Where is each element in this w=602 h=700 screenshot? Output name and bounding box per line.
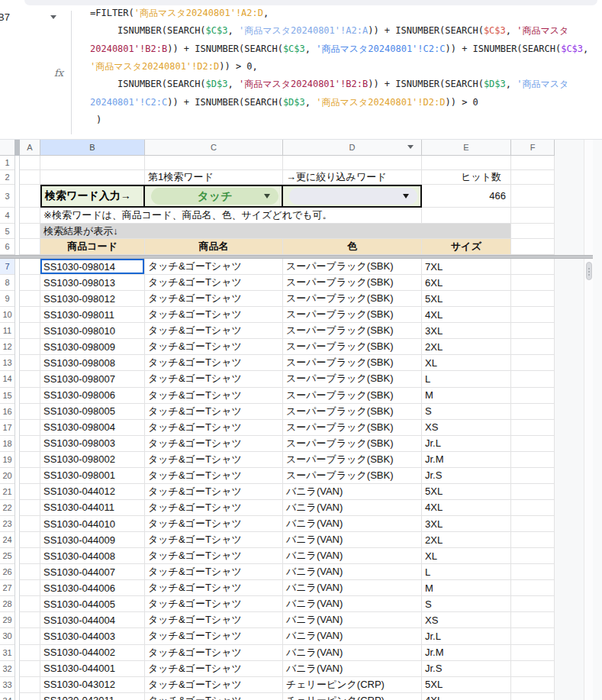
cell-product-name[interactable]: タッチ&ゴーTシャツ: [145, 355, 283, 371]
row-number[interactable]: 16: [0, 404, 14, 420]
cell-size[interactable]: 4XL: [422, 307, 511, 323]
cell-f[interactable]: [511, 484, 555, 500]
cell-product-name[interactable]: タッチ&ゴーTシャツ: [145, 291, 283, 307]
cell-f[interactable]: [511, 661, 555, 677]
cell-f[interactable]: [511, 420, 555, 436]
cell-f5[interactable]: [511, 224, 555, 239]
row-number[interactable]: 4: [0, 208, 14, 224]
cell-a6[interactable]: [20, 239, 40, 255]
cell-size[interactable]: 5XL: [422, 291, 511, 307]
cell-product-code[interactable]: SS1030-098004: [40, 420, 145, 436]
cell-size[interactable]: Jr.L: [422, 436, 511, 452]
cell-d1[interactable]: [283, 156, 422, 170]
cell-product-name[interactable]: タッチ&ゴーTシャツ: [145, 548, 283, 564]
cell-a[interactable]: [20, 596, 40, 612]
cell-a[interactable]: [20, 420, 40, 436]
cell-product-name[interactable]: タッチ&ゴーTシャツ: [145, 580, 283, 596]
cell-a[interactable]: [20, 693, 40, 700]
row-number[interactable]: 28: [0, 596, 14, 612]
cell-color[interactable]: バニラ(VAN): [283, 596, 422, 612]
cell-f[interactable]: [511, 259, 555, 275]
cell-color[interactable]: スーパーブラック(SBK): [283, 323, 422, 339]
row-number[interactable]: 32: [0, 661, 14, 677]
cell-a[interactable]: [20, 371, 40, 387]
first-keyword-label[interactable]: 第1検索ワード: [145, 170, 283, 185]
cell-a4[interactable]: [20, 208, 40, 224]
cell-product-code[interactable]: SS1030-044011: [40, 500, 145, 516]
cell-f[interactable]: [511, 500, 555, 516]
cell-color[interactable]: バニラ(VAN): [283, 661, 422, 677]
cell-color[interactable]: バニラ(VAN): [283, 500, 422, 516]
hits-label[interactable]: ヒット数: [422, 170, 511, 185]
cell-a[interactable]: [20, 677, 40, 693]
cell-product-code[interactable]: SS1030-044004: [40, 612, 145, 628]
cell-size[interactable]: 7XL: [422, 259, 511, 275]
cell-f[interactable]: [511, 580, 555, 596]
row-number[interactable]: 7: [0, 259, 14, 275]
cell-product-name[interactable]: タッチ&ゴーTシャツ: [145, 323, 283, 339]
cell-product-code[interactable]: SS1030-044010: [40, 516, 145, 532]
row-number[interactable]: 17: [0, 420, 14, 436]
cell-a[interactable]: [20, 339, 40, 355]
cell-size[interactable]: 5XL: [422, 677, 511, 693]
cell-size[interactable]: Jr.S: [422, 468, 511, 484]
row-number[interactable]: 27: [0, 580, 14, 596]
cell-f[interactable]: [511, 628, 555, 644]
cell-f1[interactable]: [511, 156, 555, 170]
cell-size[interactable]: L: [422, 371, 511, 387]
cell-color[interactable]: スーパーブラック(SBK): [283, 404, 422, 420]
cell-a[interactable]: [20, 323, 40, 339]
column-header-d[interactable]: D: [283, 140, 422, 156]
cell-product-name[interactable]: タッチ&ゴーTシャツ: [145, 661, 283, 677]
row-number[interactable]: 10: [0, 307, 14, 323]
row-number[interactable]: 5: [0, 224, 14, 239]
cell-size[interactable]: 3XL: [422, 323, 511, 339]
cell-f[interactable]: [511, 612, 555, 628]
formula-input[interactable]: =FILTER('商品マスタ20240801'!A2:D,ISNUMBER(SE…: [90, 5, 588, 129]
row-number[interactable]: 8: [0, 275, 14, 291]
cell-color[interactable]: スーパーブラック(SBK): [283, 275, 422, 291]
cell-product-code[interactable]: SS1030-098012: [40, 291, 145, 307]
row-number[interactable]: 34: [0, 693, 14, 700]
cell-product-code[interactable]: SS1030-098002: [40, 452, 145, 468]
cell-product-name[interactable]: タッチ&ゴーTシャツ: [145, 484, 283, 500]
cell-color[interactable]: バニラ(VAN): [283, 580, 422, 596]
cell-b2[interactable]: [40, 170, 145, 185]
cell-product-name[interactable]: タッチ&ゴーTシャツ: [145, 564, 283, 580]
cell-product-code[interactable]: SS1030-098001: [40, 468, 145, 484]
row-number[interactable]: 30: [0, 628, 14, 644]
keyword-dropdown[interactable]: タッチ: [151, 188, 278, 205]
vertical-scrollbar-track[interactable]: [584, 140, 593, 700]
cell-a[interactable]: [20, 404, 40, 420]
row-number[interactable]: 24: [0, 532, 14, 548]
cell-product-name[interactable]: タッチ&ゴーTシャツ: [145, 677, 283, 693]
cell-product-code[interactable]: SS1030-098006: [40, 388, 145, 404]
cell-a[interactable]: [20, 580, 40, 596]
column-d-dropdown-icon[interactable]: [407, 145, 414, 149]
cell-size[interactable]: 2XL: [422, 339, 511, 355]
cell-color[interactable]: バニラ(VAN): [283, 612, 422, 628]
cell-a3[interactable]: [20, 185, 40, 208]
header-product-name[interactable]: 商品名: [145, 239, 283, 255]
cell-size[interactable]: XS: [422, 420, 511, 436]
cell-f[interactable]: [511, 371, 555, 387]
vertical-scrollbar-thumb[interactable]: [586, 262, 592, 280]
cell-color[interactable]: スーパーブラック(SBK): [283, 420, 422, 436]
column-header-c[interactable]: C: [145, 140, 283, 156]
cell-f[interactable]: [511, 677, 555, 693]
row-number[interactable]: 22: [0, 500, 14, 516]
header-size[interactable]: サイズ: [422, 239, 511, 255]
cell-b1[interactable]: [40, 156, 145, 170]
cell-f[interactable]: [511, 452, 555, 468]
keyword-dropdown-arrow-icon[interactable]: [264, 194, 270, 198]
cell-f3[interactable]: [511, 185, 555, 208]
cell-size[interactable]: Jr.S: [422, 661, 511, 677]
cell-product-code[interactable]: SS1030-044009: [40, 532, 145, 548]
cell-color[interactable]: スーパーブラック(SBK): [283, 355, 422, 371]
row-number[interactable]: 33: [0, 677, 14, 693]
cell-product-code[interactable]: SS1030-043012: [40, 677, 145, 693]
cell-size[interactable]: L: [422, 564, 511, 580]
cell-product-code[interactable]: SS1030-098008: [40, 355, 145, 371]
cell-product-code[interactable]: SS1030-044003: [40, 628, 145, 644]
cell-product-name[interactable]: タッチ&ゴーTシャツ: [145, 275, 283, 291]
